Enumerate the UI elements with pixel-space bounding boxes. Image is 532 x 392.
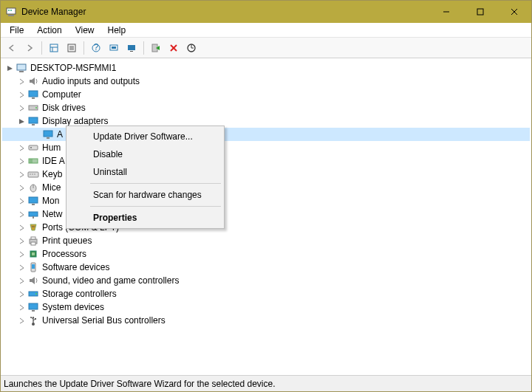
tree-item-processors[interactable]: Processors xyxy=(2,247,530,261)
tree-root-label: DESKTOP-MSFMMI1 xyxy=(30,63,116,73)
display-adapter-icon xyxy=(27,115,39,127)
uninstall-button[interactable] xyxy=(166,40,182,56)
expand-icon[interactable] xyxy=(17,263,26,272)
app-icon xyxy=(5,6,17,18)
expand-icon[interactable] xyxy=(17,289,26,298)
tree-item-software[interactable]: Software devices xyxy=(2,261,530,274)
cm-scan[interactable]: Scan for hardware changes xyxy=(68,186,222,204)
expand-icon[interactable] xyxy=(17,103,26,112)
svg-point-3 xyxy=(10,10,12,11)
scan-changes-button[interactable] xyxy=(183,40,200,56)
scan-hardware-button[interactable] xyxy=(106,40,122,56)
svg-rect-5 xyxy=(477,9,483,15)
expand-icon[interactable] xyxy=(17,303,26,312)
svg-rect-19 xyxy=(128,45,135,50)
display-adapter-icon xyxy=(42,128,54,140)
close-button[interactable] xyxy=(497,1,531,23)
tree-item-label: Processors xyxy=(42,249,86,259)
software-icon xyxy=(27,261,39,273)
expand-icon[interactable] xyxy=(17,276,26,285)
cm-uninstall[interactable]: Uninstall xyxy=(68,163,222,181)
usb-icon xyxy=(27,314,39,326)
svg-point-2 xyxy=(8,10,10,11)
show-hide-tree-button[interactable] xyxy=(46,40,62,56)
maximize-button[interactable] xyxy=(463,1,497,23)
svg-rect-61 xyxy=(29,303,38,309)
expand-icon[interactable] xyxy=(17,183,26,192)
help-button[interactable]: ? xyxy=(88,40,104,56)
svg-rect-53 xyxy=(31,237,35,239)
window-title: Device Manager xyxy=(21,7,429,17)
tree-item-label: Mon xyxy=(42,196,59,206)
tree-root[interactable]: DESKTOP-MSFMMI1 xyxy=(2,61,530,75)
menu-help[interactable]: Help xyxy=(102,24,132,37)
back-button[interactable] xyxy=(4,40,20,56)
tree-item-label: Computer xyxy=(42,89,81,100)
tree-item-computer[interactable]: Computer xyxy=(2,88,530,101)
expand-icon[interactable] xyxy=(17,143,26,152)
svg-rect-25 xyxy=(17,64,26,70)
tree-item-label: Netw xyxy=(42,209,62,219)
tree-item-label: Keyb xyxy=(42,169,62,179)
tree-item-label: A xyxy=(57,129,63,140)
toolbar-separator xyxy=(83,41,84,55)
tree-item-system[interactable]: System devices xyxy=(2,300,530,314)
tree-item-usb[interactable]: Universal Serial Bus controllers xyxy=(2,314,530,327)
tree-item-disk[interactable]: Disk drives xyxy=(2,101,530,114)
statusbar: Launches the Update Driver Software Wiza… xyxy=(1,375,531,391)
collapse-icon[interactable] xyxy=(17,117,26,125)
svg-point-30 xyxy=(35,107,37,109)
svg-rect-20 xyxy=(130,51,133,52)
expand-icon[interactable] xyxy=(17,236,26,245)
menu-file[interactable]: File xyxy=(4,24,30,37)
svg-rect-1 xyxy=(8,15,14,16)
tree-item-label: Sound, video and game controllers xyxy=(42,275,179,286)
context-menu-separator xyxy=(90,183,221,184)
collapse-icon[interactable] xyxy=(5,63,14,72)
monitor-icon xyxy=(27,89,39,100)
svg-rect-47 xyxy=(32,204,35,205)
tree-item-print[interactable]: Print queues xyxy=(2,234,530,247)
tree-item-label: Print queues xyxy=(42,235,92,246)
svg-rect-34 xyxy=(47,137,50,139)
expand-icon[interactable] xyxy=(17,196,26,205)
tree-item-storage[interactable]: Storage controllers xyxy=(2,287,530,300)
menu-view[interactable]: View xyxy=(69,24,100,37)
forward-button[interactable] xyxy=(21,40,38,56)
cm-properties[interactable]: Properties xyxy=(68,209,222,227)
cm-update-driver[interactable]: Update Driver Software... xyxy=(68,128,222,145)
enable-button[interactable] xyxy=(148,40,164,56)
expand-icon[interactable] xyxy=(17,170,26,179)
status-text: Launches the Update Driver Software Wiza… xyxy=(4,379,276,389)
update-driver-button[interactable] xyxy=(123,40,140,56)
context-menu-separator xyxy=(90,206,221,207)
device-manager-window: Device Manager File Action View Help xyxy=(0,0,532,392)
expand-icon[interactable] xyxy=(17,223,26,232)
svg-rect-26 xyxy=(19,71,24,72)
properties-button[interactable] xyxy=(64,40,80,56)
svg-point-42 xyxy=(32,173,33,175)
expand-icon[interactable] xyxy=(17,90,26,99)
sound-icon xyxy=(27,275,39,286)
expand-icon[interactable] xyxy=(17,250,26,258)
hid-icon xyxy=(27,142,39,154)
minimize-button[interactable] xyxy=(429,1,463,23)
expand-icon[interactable] xyxy=(17,316,26,325)
svg-rect-8 xyxy=(50,44,58,52)
expand-icon[interactable] xyxy=(17,77,26,86)
tree-item-sound[interactable]: Sound, video and game controllers xyxy=(2,274,530,287)
svg-rect-36 xyxy=(30,147,32,148)
svg-rect-62 xyxy=(32,310,35,312)
svg-text:?: ? xyxy=(94,43,99,52)
tree-item-audio[interactable]: Audio inputs and outputs xyxy=(2,75,530,88)
svg-point-65 xyxy=(30,317,32,318)
cpu-icon xyxy=(27,248,39,260)
menu-action[interactable]: Action xyxy=(31,24,67,37)
tree-item-label: Storage controllers xyxy=(42,289,117,299)
storage-icon xyxy=(27,288,39,300)
svg-rect-54 xyxy=(31,242,35,245)
expand-icon[interactable] xyxy=(17,157,26,165)
toolbar-separator xyxy=(143,41,144,55)
cm-disable[interactable]: Disable xyxy=(68,145,222,163)
expand-icon[interactable] xyxy=(17,210,26,219)
